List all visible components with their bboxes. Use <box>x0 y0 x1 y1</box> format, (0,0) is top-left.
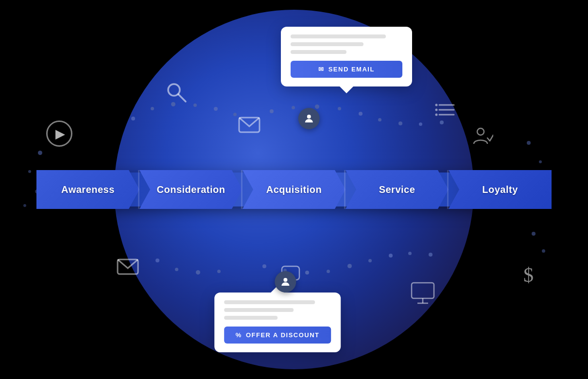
outer-dot <box>28 170 31 173</box>
arc-dot <box>196 270 200 275</box>
offer-discount-label: OFFER A DISCOUNT <box>246 331 320 339</box>
card-line <box>291 34 386 38</box>
svg-point-7 <box>435 109 438 111</box>
arc-dot <box>398 121 402 125</box>
step-consideration[interactable]: Consideration <box>139 170 242 209</box>
arc-dot <box>389 254 393 258</box>
step-awareness-label: Awareness <box>61 184 115 195</box>
avatar-bottom <box>275 271 296 293</box>
person-check-icon <box>472 125 493 149</box>
svg-line-1 <box>178 94 186 102</box>
card-line <box>224 300 315 304</box>
arc-dot <box>368 259 372 262</box>
list-icon <box>434 101 456 121</box>
scene: ▶ <box>0 0 588 379</box>
pipeline-steps: Awareness Consideration Acquisition Serv… <box>36 168 552 211</box>
outer-dot <box>542 249 545 253</box>
play-icon: ▶ <box>46 121 72 147</box>
arc-dot <box>419 122 422 126</box>
card-send-email: ✉ SEND EMAIL <box>281 27 412 86</box>
arc-dot <box>217 270 221 273</box>
search-icon <box>164 80 189 110</box>
card-line <box>291 42 363 46</box>
arc-dot <box>193 103 197 107</box>
email-icon: ✉ <box>318 66 325 73</box>
svg-point-9 <box>477 128 484 135</box>
step-loyalty-label: Loyalty <box>482 184 518 195</box>
arc-dot <box>338 107 341 110</box>
arc-dot <box>214 107 218 111</box>
percent-icon: % <box>236 331 242 339</box>
arc-dot <box>347 264 352 268</box>
card-line <box>291 50 346 54</box>
svg-point-16 <box>307 115 311 119</box>
step-service-label: Service <box>379 184 415 195</box>
arc-dot <box>327 270 330 273</box>
offer-discount-button[interactable]: % OFFER A DISCOUNT <box>224 327 331 344</box>
arc-dot <box>151 107 154 110</box>
avatar-top <box>298 108 320 129</box>
arc-dot <box>292 106 295 109</box>
mail-bottom-icon <box>117 258 139 277</box>
outer-dot <box>527 141 531 145</box>
monitor-icon <box>411 282 435 307</box>
arc-dot <box>156 258 159 262</box>
svg-point-8 <box>435 114 438 116</box>
svg-point-6 <box>435 104 438 106</box>
dollar-icon: $ <box>523 263 534 287</box>
arc-dot <box>233 113 237 116</box>
arc-dot <box>359 112 363 116</box>
pipeline: Awareness Consideration Acquisition Serv… <box>36 168 552 211</box>
send-email-button[interactable]: ✉ SEND EMAIL <box>291 61 402 78</box>
step-acquisition-label: Acquisition <box>266 184 322 195</box>
mail-top-icon <box>238 117 260 135</box>
card-line <box>224 308 294 312</box>
step-loyalty[interactable]: Loyalty <box>449 170 552 209</box>
step-awareness[interactable]: Awareness <box>36 170 139 209</box>
arc-dot <box>408 252 412 255</box>
card-line <box>224 316 277 320</box>
arc-dot <box>270 109 274 113</box>
outer-dot <box>23 204 26 207</box>
outer-dot <box>532 232 536 236</box>
svg-point-17 <box>283 278 287 282</box>
arc-dot <box>262 264 266 268</box>
send-email-label: SEND EMAIL <box>329 66 375 73</box>
step-acquisition[interactable]: Acquisition <box>242 170 346 209</box>
arc-dot <box>305 271 309 275</box>
card-offer-discount: % OFFER A DISCOUNT <box>214 293 341 352</box>
step-service[interactable]: Service <box>346 170 449 209</box>
arc-dot <box>429 253 432 257</box>
step-consideration-label: Consideration <box>157 184 225 195</box>
arc-dot <box>315 104 319 109</box>
outer-dot <box>539 160 542 163</box>
svg-rect-13 <box>412 283 434 298</box>
arc-dot <box>131 117 135 121</box>
outer-dot <box>38 151 42 155</box>
arc-dot <box>378 118 381 121</box>
arc-dot <box>175 268 178 271</box>
